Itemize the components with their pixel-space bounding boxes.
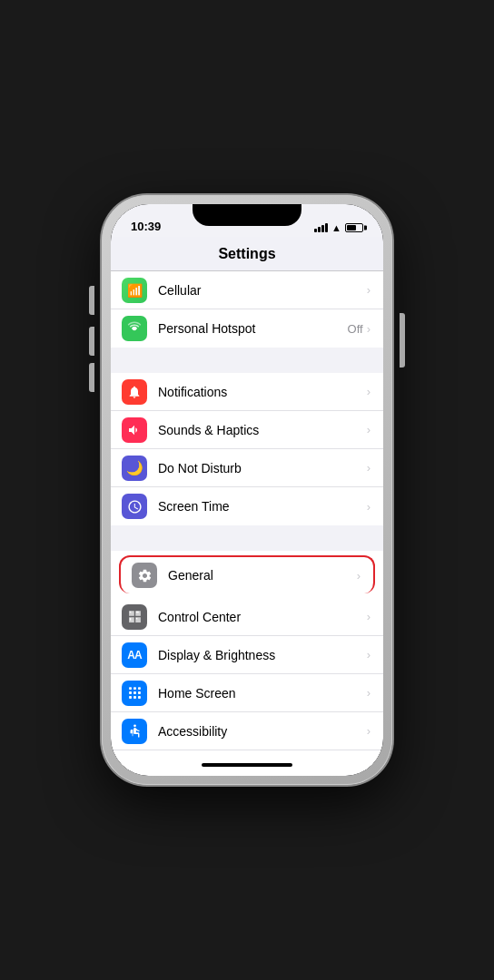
chevron-icon: › <box>367 724 370 738</box>
settings-row-sounds[interactable]: Sounds & Haptics › <box>111 411 383 449</box>
chevron-icon: › <box>367 610 370 623</box>
section-connectivity: 📶 Cellular › <box>111 271 383 348</box>
notifications-right: › <box>367 385 370 398</box>
control-right: › <box>367 610 370 623</box>
settings-row-notifications[interactable]: Notifications › <box>111 373 383 411</box>
chevron-icon: › <box>367 283 370 297</box>
accessibility-content: Accessibility › <box>158 724 370 739</box>
notifications-content: Notifications › <box>158 385 370 399</box>
display-icon: AA <box>122 642 147 668</box>
svg-rect-12 <box>133 696 136 699</box>
sounds-label: Sounds & Haptics <box>158 423 259 437</box>
chevron-icon: › <box>357 569 361 583</box>
hotspot-icon <box>122 316 147 341</box>
svg-point-14 <box>133 724 136 727</box>
screentime-right: › <box>367 500 370 514</box>
chevron-icon: › <box>367 500 370 514</box>
svg-rect-5 <box>129 687 132 690</box>
svg-rect-9 <box>133 691 136 694</box>
svg-rect-1 <box>129 612 130 612</box>
svg-rect-4 <box>135 618 136 619</box>
settings-row-hotspot[interactable]: Personal Hotspot Off › <box>111 309 383 348</box>
section-general-group: General › <box>111 551 383 754</box>
cellular-content: Cellular › <box>158 283 370 298</box>
svg-rect-6 <box>133 687 136 690</box>
battery-icon <box>345 223 363 232</box>
divider-2 <box>111 525 383 551</box>
phone-frame: 10:39 ▲ Settings <box>102 195 392 785</box>
settings-row-display[interactable]: AA Display & Brightness › <box>111 636 383 674</box>
general-content: General › <box>168 568 361 583</box>
status-icons: ▲ <box>314 222 363 233</box>
homescreen-content: Home Screen › <box>158 686 370 701</box>
accessibility-icon <box>122 719 147 744</box>
dnd-icon: 🌙 <box>122 456 147 481</box>
hotspot-content: Personal Hotspot Off › <box>158 321 370 336</box>
status-time: 10:39 <box>131 220 161 233</box>
screentime-content: Screen Time › <box>158 499 370 514</box>
svg-rect-7 <box>138 687 141 690</box>
chevron-icon: › <box>367 423 370 436</box>
control-icon <box>122 604 147 630</box>
signal-icon <box>314 223 328 232</box>
homescreen-label: Home Screen <box>158 686 236 701</box>
dnd-content: Do Not Disturb › <box>158 461 370 475</box>
chevron-icon: › <box>367 461 370 475</box>
control-label: Control Center <box>158 610 241 624</box>
settings-row-wallpaper[interactable]: Wallpaper › <box>111 750 383 754</box>
home-bar <box>202 763 292 767</box>
screen: 10:39 ▲ Settings <box>111 204 383 776</box>
homescreen-right: › <box>367 686 370 700</box>
display-label: Display & Brightness <box>158 648 275 662</box>
settings-row-dnd[interactable]: 🌙 Do Not Disturb › <box>111 449 383 487</box>
dnd-right: › <box>367 461 370 475</box>
wifi-icon: ▲ <box>331 222 341 233</box>
general-icon <box>132 563 157 588</box>
sounds-icon <box>122 417 147 443</box>
settings-row-screentime[interactable]: Screen Time › <box>111 487 383 525</box>
homescreen-icon <box>122 681 147 706</box>
sounds-right: › <box>367 423 370 436</box>
general-right: › <box>357 569 361 583</box>
dnd-label: Do Not Disturb <box>158 461 242 475</box>
phone-screen: 10:39 ▲ Settings <box>111 204 383 776</box>
accessibility-right: › <box>367 724 370 738</box>
battery-fill <box>347 225 356 230</box>
svg-rect-8 <box>129 691 132 694</box>
sounds-content: Sounds & Haptics › <box>158 423 370 437</box>
hotspot-label: Personal Hotspot <box>158 321 255 336</box>
screentime-label: Screen Time <box>158 499 230 514</box>
general-label: General <box>168 568 213 583</box>
settings-list[interactable]: 📶 Cellular › <box>111 271 383 754</box>
notifications-icon <box>122 379 147 405</box>
divider-1 <box>111 348 383 373</box>
accessibility-label: Accessibility <box>158 724 227 739</box>
svg-rect-3 <box>135 612 138 612</box>
display-right: › <box>367 648 370 662</box>
screentime-icon <box>122 494 147 519</box>
display-content: Display & Brightness › <box>158 648 370 662</box>
cellular-right: › <box>367 283 370 297</box>
svg-rect-10 <box>138 691 141 694</box>
settings-row-control[interactable]: Control Center › <box>111 598 383 636</box>
cellular-label: Cellular <box>158 283 201 298</box>
chevron-icon: › <box>367 322 370 336</box>
settings-row-homescreen[interactable]: Home Screen › <box>111 674 383 712</box>
settings-row-cellular[interactable]: 📶 Cellular › <box>111 271 383 309</box>
cellular-icon: 📶 <box>122 278 147 303</box>
svg-rect-13 <box>138 696 141 699</box>
section-notifications: Notifications › <box>111 373 383 525</box>
chevron-icon: › <box>367 686 370 700</box>
hotspot-value: Off <box>348 322 363 336</box>
control-content: Control Center › <box>158 610 370 624</box>
hotspot-right: Off › <box>348 322 370 336</box>
settings-row-accessibility[interactable]: Accessibility › <box>111 712 383 750</box>
notch <box>193 204 301 226</box>
svg-rect-11 <box>129 696 132 699</box>
chevron-icon: › <box>367 385 370 398</box>
svg-rect-2 <box>129 618 130 621</box>
chevron-icon: › <box>367 648 370 662</box>
nav-bar: Settings <box>111 237 383 271</box>
settings-row-general[interactable]: General › <box>119 555 375 593</box>
page-title: Settings <box>218 246 275 262</box>
